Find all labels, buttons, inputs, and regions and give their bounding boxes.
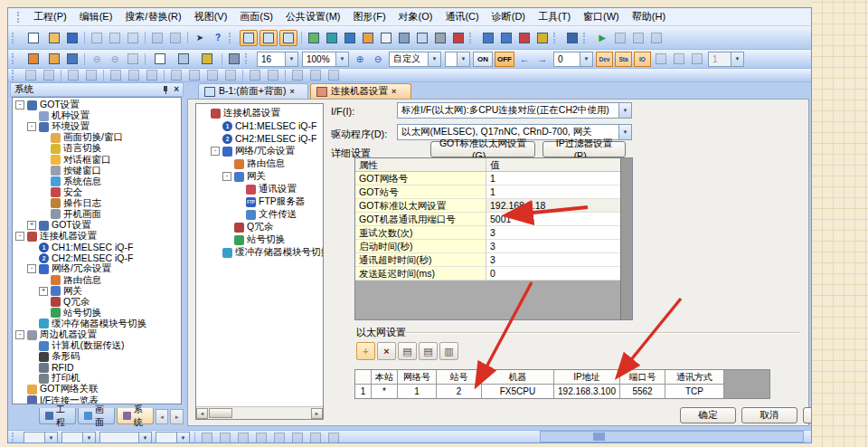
grid-settings-icon[interactable]: [173, 52, 194, 66]
help-icon[interactable]: ?: [210, 31, 226, 45]
zoom-combo[interactable]: 100%: [302, 52, 349, 67]
tree-item[interactable]: 1CH1:MELSEC iQ-F: [13, 242, 181, 252]
tab-base-screen[interactable]: B-1:(前面+背面) ×: [198, 83, 308, 99]
screen-copy-icon[interactable]: [414, 31, 430, 45]
communication-setup-icon[interactable]: [534, 31, 551, 45]
order-back-icon[interactable]: [265, 68, 281, 82]
menu-diagnostics[interactable]: 诊断(D): [486, 8, 532, 25]
save-icon[interactable]: [64, 31, 80, 45]
zoom-out-icon[interactable]: ⊖: [370, 52, 386, 66]
tree-item[interactable]: 路由信息: [13, 275, 181, 286]
new-project-icon[interactable]: [23, 31, 44, 45]
line-width-combo[interactable]: [99, 432, 152, 443]
tree-item[interactable]: 条形码: [13, 351, 181, 362]
dropdown-icon[interactable]: [285, 52, 297, 66]
table-row[interactable]: 通讯超时时间(秒)3: [355, 253, 632, 267]
align-center-icon[interactable]: [126, 68, 142, 82]
scrollbar-thumb[interactable]: [209, 408, 232, 418]
menu-project[interactable]: 工程(P): [27, 8, 73, 25]
redo-icon[interactable]: [167, 31, 184, 45]
tree-item[interactable]: 缓冲存储器模块号切换: [13, 319, 181, 329]
tab-system[interactable]: 系统: [117, 408, 154, 424]
tree-item[interactable]: -连接机器设置: [13, 231, 181, 242]
undo-icon[interactable]: [149, 31, 165, 45]
close-tab-icon[interactable]: ×: [392, 87, 396, 96]
menu-search-replace[interactable]: 搜索/替换(R): [118, 8, 187, 25]
add-row-button[interactable]: +: [356, 342, 375, 360]
device-display-button[interactable]: Dev: [596, 52, 613, 67]
ungroup-icon[interactable]: [41, 68, 57, 82]
tree-item[interactable]: Q冗余: [196, 221, 323, 233]
scroll-right-icon[interactable]: ►: [311, 408, 323, 419]
dropdown-icon[interactable]: [138, 433, 151, 442]
menu-communication[interactable]: 通讯(C): [439, 8, 485, 25]
font-size-combo[interactable]: 16: [257, 52, 298, 67]
table-row[interactable]: 重试次数(次)3: [355, 226, 632, 240]
tabstrip-scroll-left-icon[interactable]: ◄: [156, 409, 169, 424]
tree-item[interactable]: 连接机器设置: [196, 107, 323, 119]
tree-item[interactable]: -网关: [196, 170, 323, 183]
tree-item[interactable]: 站号切换: [196, 233, 323, 246]
io-display-button[interactable]: IO: [634, 52, 651, 67]
order-front-icon[interactable]: [247, 68, 263, 82]
flip-horizontal-icon[interactable]: [168, 68, 184, 82]
screen-library-icon[interactable]: [324, 31, 340, 45]
tab-screen[interactable]: 画面: [78, 408, 115, 424]
tree-item[interactable]: FTPFTP服务器: [196, 195, 323, 208]
paste-icon[interactable]: [125, 31, 141, 45]
got-diagnostics-icon[interactable]: [564, 31, 580, 45]
rect-tool-icon[interactable]: [217, 433, 233, 443]
dropdown-icon[interactable]: [82, 433, 95, 442]
table-row[interactable]: GOT标准以太网设置192.168.3.18: [355, 199, 632, 213]
copy-row-button[interactable]: ▤: [398, 342, 417, 360]
view-mode-combo[interactable]: 自定义: [389, 52, 441, 67]
rotate-right-icon[interactable]: [83, 68, 99, 82]
align-left-icon[interactable]: [108, 68, 124, 82]
size-change-icon[interactable]: [307, 68, 324, 82]
print-icon[interactable]: [432, 31, 448, 45]
dropdown-icon[interactable]: [44, 433, 57, 442]
state-back-icon[interactable]: ←: [516, 52, 533, 66]
vertical-scrollbar[interactable]: [620, 158, 632, 319]
device-on-button[interactable]: ON: [473, 52, 493, 67]
copy-icon[interactable]: [107, 31, 123, 45]
duplicate-row-button[interactable]: ▤: [419, 342, 438, 360]
got-ethernet-settings-button[interactable]: GOT标准以太网设置(G)...: [430, 141, 535, 157]
line-style-combo[interactable]: [61, 432, 96, 443]
simulator-play-icon[interactable]: ▶: [594, 31, 610, 45]
group-icon[interactable]: [23, 68, 39, 82]
arc-tool-icon[interactable]: [271, 433, 288, 443]
tree-item[interactable]: +网关: [13, 286, 181, 297]
delete-row-button[interactable]: ×: [377, 342, 396, 360]
zoom-in-icon[interactable]: ⊕: [352, 52, 368, 66]
table-row[interactable]: 启动时间(秒)3: [355, 240, 632, 253]
tree-item[interactable]: 1CH1:MELSEC iQ-F: [196, 119, 323, 132]
table-row[interactable]: 发送延迟时间(ms)0: [355, 267, 632, 281]
apply-button-partial[interactable]: [803, 407, 812, 423]
tree-item[interactable]: 路由信息: [196, 157, 323, 170]
circle-tool-icon[interactable]: [235, 433, 251, 443]
shape-select-icon[interactable]: [149, 52, 171, 66]
window-preview-combo[interactable]: [445, 52, 470, 67]
menu-common[interactable]: 公共设置(M): [279, 8, 347, 25]
tab-controller-settings[interactable]: 连接机器设置 ×: [310, 83, 411, 99]
menu-window[interactable]: 窗口(W): [577, 8, 626, 25]
rotate-90-icon[interactable]: [204, 68, 221, 82]
cut-icon[interactable]: [89, 31, 105, 45]
dropdown-icon[interactable]: [618, 103, 631, 118]
fit-icon[interactable]: [326, 68, 342, 82]
figure-combo[interactable]: [24, 432, 58, 443]
state-forward-icon[interactable]: →: [534, 52, 551, 66]
ethernet-table-row[interactable]: 1 * 1 2 FX5CPU 192.168.3.100 5562 TCP: [355, 385, 769, 398]
tree-item[interactable]: 2CH2:MELSEC iQ-F: [196, 132, 323, 145]
paint-color-icon[interactable]: [196, 52, 218, 66]
snap-icon[interactable]: [226, 52, 242, 66]
tree-item[interactable]: -网络/冗余设置: [196, 145, 323, 157]
dropdown-icon[interactable]: [731, 52, 743, 66]
dropdown-icon[interactable]: [580, 52, 592, 66]
dropdown-icon[interactable]: [457, 52, 469, 66]
horizontal-scrollbar[interactable]: ◄ ►: [196, 406, 323, 419]
station-display-button[interactable]: Sta: [615, 52, 632, 67]
tree-item[interactable]: -GOT设置: [13, 100, 181, 110]
tabstrip-scroll-right-icon[interactable]: ►: [170, 409, 184, 424]
